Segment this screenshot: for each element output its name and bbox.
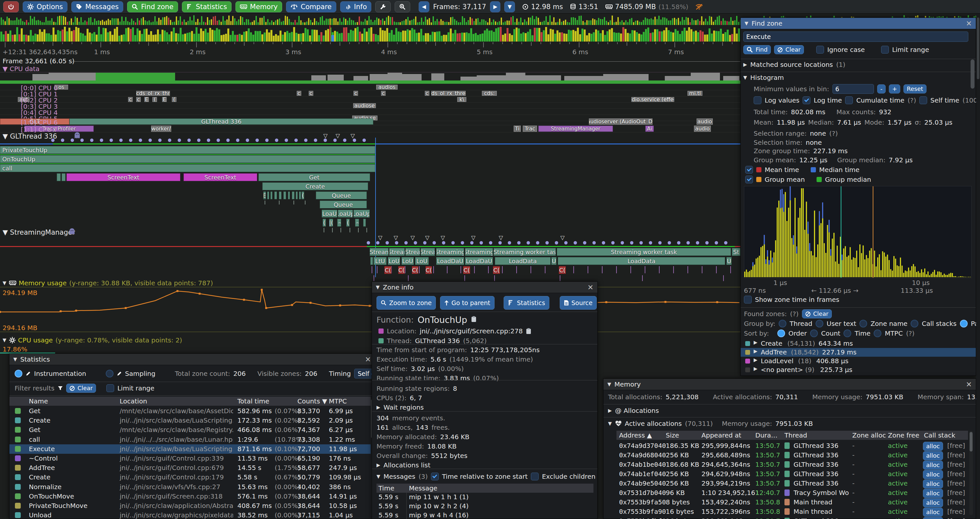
timeline-zone[interactable] (370, 257, 373, 265)
toolbar-button-messages[interactable]: Messages (72, 1, 123, 12)
timeline-zone[interactable]: ( (302, 192, 304, 199)
timeline-zone[interactable] (288, 192, 290, 199)
thread-header-streamingmanager[interactable]: ▼ StreamingManager (3, 228, 75, 236)
timeline-zone[interactable]: Strean (370, 248, 388, 256)
column-header[interactable]: Dura… (755, 431, 778, 439)
memory-usage-header[interactable]: ▼Memory usage(y-range: 30.88 KB, visible… (3, 279, 213, 287)
toolbar-button-info[interactable]: Info (340, 1, 372, 12)
timeline-zone[interactable]: U (726, 257, 732, 265)
checkbox[interactable] (531, 473, 539, 481)
scrollbar-thumb[interactable] (977, 18, 979, 79)
timeline-zone[interactable]: LoU (388, 257, 400, 265)
found-zone-row[interactable]: ▶AddTree(18,542)227.19 ms (741, 348, 976, 357)
copy-icon[interactable] (471, 316, 476, 324)
timeline-zone[interactable]: Streaming worker task (557, 248, 731, 256)
toolbar-button-statistics[interactable]: Statistics (182, 1, 232, 12)
timeline-zone[interactable]: C( (493, 266, 500, 274)
allocation-row[interactable]: 0x7531d7b04096 KB1:10 234,952,16112:40.7… (616, 488, 968, 498)
cpu-zone[interactable]: Ai (645, 126, 654, 132)
cpu-zone[interactable]: audio (694, 126, 711, 132)
statistics-button[interactable]: Statistics (504, 296, 549, 310)
table-row[interactable]: calljni/../jni/../../src/claw/base/Lunar… (10, 435, 371, 444)
checkbox[interactable] (431, 473, 439, 481)
cpu-zone[interactable]: cds_ol_rx_thr (136, 91, 170, 96)
toolbar-button-zoomplus[interactable] (395, 1, 410, 12)
message-row[interactable]: 5.59 smip 10 w 2 h 2 (4) (377, 502, 593, 511)
column-header[interactable]: Name (29, 397, 48, 405)
cpu-zone[interactable]: c (353, 91, 358, 96)
cpu-zone[interactable]: c (425, 91, 430, 96)
table-row[interactable]: Createjni/../jni/src/guif/Control.cpp:17… (10, 473, 371, 482)
table-row[interactable]: Normalizejni/../jni/src/claw/vfs/Vfs.cpp… (10, 482, 371, 492)
timeline-zone[interactable]: C( (398, 266, 405, 274)
allocation-row[interactable]: 0x7553b9fa9016 bytes153,722,396ns13:50.8… (616, 507, 968, 516)
cpu-zone[interactable]: audio (697, 118, 713, 125)
frame-marker-icon[interactable]: ▽ (499, 234, 503, 241)
timeline-zone[interactable]: Strea (406, 248, 420, 256)
window-scrollbar[interactable] (976, 14, 980, 519)
timeline-zone[interactable]: LoU (415, 257, 429, 265)
timeline-zone[interactable]: St (732, 248, 740, 256)
expand-icon[interactable]: ▶ (754, 366, 757, 372)
timeline-zone[interactable]: LoaUp (353, 210, 370, 217)
cpu-zone[interactable]: c (381, 91, 386, 96)
table-row[interactable]: Get/mnt/e/claw/src/claw/base/Registry.hp… (10, 425, 371, 434)
cpu-zone[interactable]: GLThread 336 (69, 118, 373, 125)
timeline-zone[interactable]: Queue (320, 201, 367, 208)
timeline-zone[interactable]: C( (425, 266, 432, 274)
timeline-zone[interactable]: LoadData (558, 257, 725, 265)
timeline-zone[interactable]: Streaming worker tas (493, 248, 556, 256)
timeline-zone[interactable]: C( (559, 266, 566, 274)
found-zone-row[interactable]: ▶<no parent>(9)225.73 µs (741, 366, 976, 374)
cpu-zone[interactable]: k\ (457, 97, 466, 102)
timeline-zone[interactable] (292, 192, 294, 199)
source-button[interactable]: Source (560, 296, 597, 310)
timeline-zone[interactable]: Streaming (465, 248, 493, 256)
timeline-zone[interactable]: ScreenText (67, 173, 180, 181)
timeline-zone[interactable]: LoaUp (338, 210, 353, 217)
alloc-callstack-button[interactable]: alloc (923, 479, 943, 489)
alloc-callstack-button[interactable]: alloc (923, 489, 943, 498)
toolbar-button-options[interactable]: Options (23, 1, 67, 12)
column-header[interactable]: Thread (784, 431, 807, 439)
cpu-zone[interactable]: c (297, 91, 301, 96)
timeline-zone[interactable] (279, 192, 282, 199)
timeline-zone[interactable] (57, 173, 60, 181)
timeline-zone[interactable]: call (0, 164, 375, 172)
prev-frame-button[interactable]: ◀ (418, 1, 429, 12)
allocation-row[interactable]: 0x74ab1ef040256 KB294,629,948ns13:50.7GL… (616, 469, 968, 479)
found-zone-row[interactable]: ▶Create(54,131)643.34 ms (741, 339, 976, 348)
cpu-zone[interactable]: audios (376, 85, 398, 89)
cpu-usage-header[interactable]: ▼CPU usage(y-range: 0.78%, visible data … (3, 336, 182, 344)
alloc-callstack-button[interactable]: alloc (923, 451, 943, 460)
timeline-zone[interactable]: |~ (337, 219, 341, 227)
toolbar-button-wrench[interactable] (375, 1, 391, 12)
go-to-parent-button[interactable]: Go to parent (440, 296, 495, 310)
message-row[interactable]: 5.59 smip 9 w 4 h 4 (16) (377, 511, 593, 519)
frame-marker-icon[interactable]: ▽ (410, 234, 415, 241)
toolbar-button-find-zone[interactable]: Find zone (127, 1, 178, 12)
scrollbar-thumb[interactable] (970, 59, 975, 89)
allocation-row[interactable]: 0x74ab1be040186.68 KB294,645,364ns13:50.… (616, 460, 968, 469)
timeline-zone[interactable]: LoU (401, 257, 414, 265)
cpu-zone[interactable]: c (136, 97, 141, 102)
toolbar-button-compare[interactable]: Compare (286, 1, 336, 12)
cpu-zone[interactable]: E (144, 97, 149, 102)
timeline-zone[interactable]: U (551, 257, 557, 265)
expand-icon[interactable]: ▶ (754, 348, 757, 354)
timeline-zone[interactable]: LtU (374, 257, 387, 265)
timeline-zone[interactable] (363, 219, 366, 227)
cpu-zone[interactable]: E (162, 97, 167, 102)
zoom-to-zone-button[interactable]: Zoom to zone (377, 296, 436, 310)
timeline-zone[interactable] (62, 173, 65, 181)
timeline-zone[interactable]: PrivateTouchUp (0, 146, 375, 154)
frame-dropdown-button[interactable]: ▼ (504, 1, 515, 12)
timeline-zone[interactable]: Strear (389, 248, 405, 256)
timeline-zone[interactable]: |( (329, 219, 333, 227)
cpu-zone[interactable]: audioserver (AudioOut_D) (589, 118, 652, 125)
timeline-zone[interactable]: C( (412, 266, 418, 274)
timeline-zone[interactable]: LoadData (495, 257, 550, 265)
table-row[interactable]: Get/mnt/e/claw/src/claw/base/AssetDict.h… (10, 406, 371, 416)
column-header[interactable]: Size (666, 431, 679, 439)
cpu-zone[interactable]: Trac (523, 126, 537, 132)
